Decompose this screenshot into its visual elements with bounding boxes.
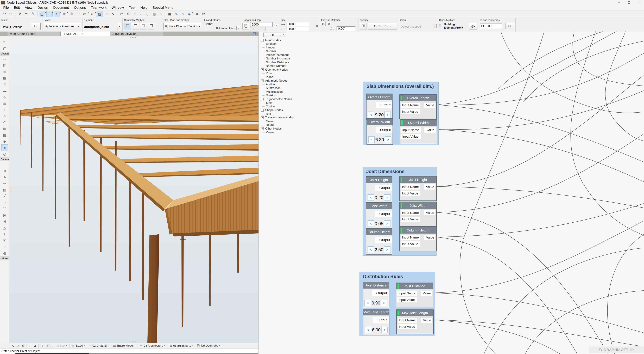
collapse-icon[interactable]	[261, 39, 264, 42]
input-node-joist-distance[interactable]: Joist Distance Output < 0.90 >	[363, 282, 389, 308]
zone-tool-icon[interactable]: ▩	[1, 132, 8, 138]
tree-item-integer-increment[interactable]: Integer Increment	[262, 53, 335, 57]
grid-snap-icon[interactable]: ⌗	[61, 11, 68, 17]
input-name-port[interactable]: Input Name	[401, 103, 420, 108]
value-port[interactable]: Value	[420, 291, 432, 296]
node-header[interactable]: Joist Width	[366, 203, 392, 209]
column-tool-icon[interactable]: ▯	[1, 81, 8, 87]
zoom-level-control[interactable]: N/A▸	[44, 344, 54, 347]
node-value[interactable]: 0.90	[372, 300, 380, 306]
collapse-icon[interactable]	[261, 98, 264, 100]
toolbox-document-header[interactable]: Docum	[0, 157, 10, 161]
menu-document[interactable]: Document	[51, 5, 72, 10]
value-port[interactable]: Value	[424, 210, 435, 215]
next-view-icon[interactable]: ⟳	[16, 343, 21, 348]
maximize-button[interactable]: ❐	[624, 0, 634, 5]
zoom-in-icon[interactable]: ⊕	[21, 343, 26, 348]
node-header[interactable]: Overall Width	[367, 119, 392, 125]
output-port[interactable]: Output	[376, 185, 392, 191]
decrement-button[interactable]: <	[368, 136, 375, 143]
input-name-port[interactable]: Input Name	[401, 235, 420, 240]
menu-test[interactable]: Test	[126, 5, 138, 10]
increment-button[interactable]: >	[384, 194, 390, 201]
tree-item-number-increment[interactable]: Number Increment	[262, 57, 335, 61]
collapse-icon[interactable]	[261, 109, 264, 112]
top-splitter-handle[interactable]	[130, 37, 136, 38]
split-icon[interactable]: ✂	[119, 11, 125, 17]
collapse-icon[interactable]	[261, 80, 264, 82]
graphic-overrides-control[interactable]: ⎘No Overrides▸	[196, 344, 222, 347]
close-button[interactable]: ✕	[634, 0, 644, 5]
explode-icon[interactable]: ▦	[167, 11, 173, 17]
dropdown-arrow-icon[interactable]: ▾	[52, 12, 54, 14]
menu-window[interactable]: Window	[109, 5, 126, 10]
id-flyout-button[interactable]: ⎘ ▸	[506, 23, 514, 29]
mesh-tool-icon[interactable]: ▦	[1, 125, 8, 132]
minimize-button[interactable]: ─	[614, 0, 624, 5]
layer-select-button[interactable]: ◉ Interior - Furniture ▸	[44, 23, 81, 30]
text-tool-icon[interactable]: A	[1, 174, 8, 180]
frame-icon[interactable]: ▣	[151, 11, 157, 17]
rotate-icon[interactable]: ↻	[125, 11, 131, 17]
arc-segment-icon[interactable]: ◠	[75, 11, 81, 17]
change-tool-icon[interactable]: ✛	[1, 231, 8, 237]
crop-flyout-button[interactable]: ▸	[433, 24, 436, 28]
pick-up-parameters-icon[interactable]: ✧	[132, 11, 138, 17]
wall-tool-icon[interactable]: ▱	[1, 56, 8, 62]
dimension-tool-icon[interactable]: ↔	[1, 161, 8, 168]
named-number-node-overall-width[interactable]: Overall Width Input Name Value Input Val…	[400, 119, 437, 144]
dropdown-arrow-icon[interactable]: ▾	[67, 12, 68, 14]
object-tool-icon[interactable]: Ь	[1, 144, 8, 151]
decrement-button[interactable]: <	[365, 326, 371, 333]
input-node-joist-width[interactable]: Joist Width Output < 0.05 >	[366, 202, 392, 229]
named-number-node-overall-length[interactable]: Overall Length Input Name Value Input Va…	[400, 94, 437, 119]
size-height-input[interactable]: 1000	[287, 27, 309, 31]
slab-tool-icon[interactable]: ◇	[1, 94, 8, 100]
schedule-icon[interactable]: ⊞	[103, 11, 109, 17]
top-offset-input[interactable]: 1000	[250, 22, 272, 27]
curtain-wall-tool-icon[interactable]: ▤	[1, 75, 8, 81]
roof-tool-icon[interactable]: ⌂	[1, 113, 8, 119]
tree-group-arithmetic-nodes[interactable]: Arithmetic Nodes	[261, 79, 335, 83]
menu-design[interactable]: Design	[35, 5, 51, 10]
circle-tool-icon[interactable]: ○	[1, 199, 8, 206]
polyline-tool-icon[interactable]: ⌒	[1, 206, 8, 212]
node-header[interactable]: Overall Length	[400, 95, 436, 101]
input-value-port[interactable]: Input Value	[401, 241, 420, 247]
node-group-slab-dimensions[interactable]: Slab Dimensions (overall dim.) Overall L…	[363, 82, 438, 145]
menu-file[interactable]: File	[1, 5, 11, 10]
tree-item-integer[interactable]: Integer	[262, 46, 335, 50]
tree-group-transformation-nodes[interactable]: Transformation Nodes	[261, 116, 335, 120]
tab-ground-floor[interactable]: ▤ [0. Ground Floor]	[8, 32, 60, 36]
model-view-options-control[interactable]: ⊞03 Building ...▸	[168, 344, 194, 347]
3d-viewport[interactable]	[10, 36, 258, 343]
input-node-max-joist-length[interactable]: Max Joist Length Output < 6.00 >	[363, 309, 390, 335]
node-value[interactable]: 0.05	[375, 221, 384, 226]
node-header[interactable]: Joist Height	[366, 177, 392, 183]
output-port[interactable]: Output	[376, 211, 392, 217]
shell-tool-icon[interactable]: ◠	[1, 119, 8, 125]
section-tool-icon[interactable]: ⚟	[1, 218, 8, 225]
node-header[interactable]: Overall Width	[400, 120, 437, 126]
decrement-button[interactable]: <	[364, 300, 371, 306]
increment-button[interactable]: >	[385, 136, 391, 143]
tree-group-other-nodes[interactable]: Other Nodes	[261, 127, 335, 131]
decrement-button[interactable]: <	[368, 112, 374, 118]
tree-item-subtraction[interactable]: Subtraction	[262, 86, 335, 90]
tree-group-geometric-nodes[interactable]: Geometric Nodes	[261, 68, 335, 72]
dropdown-arrow-icon[interactable]: ▾	[192, 12, 193, 14]
node-group-distribution-rules[interactable]: Distribution Rules Joist Distance Output…	[360, 272, 435, 336]
named-number-node-joist-distance[interactable]: Joist Distance Input Name Value Input Va…	[396, 282, 433, 307]
input-value-port[interactable]: Input Value	[398, 324, 417, 329]
line-tool-icon[interactable]: ╱	[1, 193, 8, 199]
snap-anchor-icon[interactable]: ⌖	[54, 11, 60, 17]
worksheet-tool-icon[interactable]: ⎗	[1, 237, 8, 244]
output-port[interactable]: Output	[373, 317, 389, 323]
increment-button[interactable]: >	[384, 220, 390, 227]
toolbox-more-header[interactable]: More	[0, 256, 10, 260]
label-tool-icon[interactable]: A1	[1, 180, 8, 187]
tree-item-viewer[interactable]: Viewer	[262, 131, 335, 134]
node-value[interactable]: 9.20	[375, 112, 384, 118]
railing-tool-icon[interactable]: ♯	[1, 106, 8, 113]
bottom-offset-input[interactable]: 0	[250, 27, 266, 31]
